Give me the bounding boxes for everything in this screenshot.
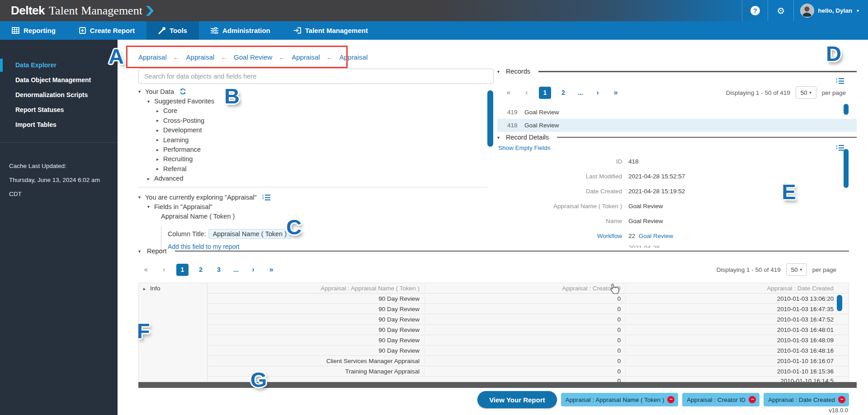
workflow-label[interactable]: Workflow [497,228,628,243]
field-chip[interactable]: Appraisal : Appraisal Name ( Token ) − [561,393,679,406]
records-scrollbar[interactable] [487,90,493,147]
table-row[interactable]: 90 Day Review02010-01-03 16:48:16 [208,345,849,356]
tree-node-advanced[interactable]: ▸Advanced [138,174,214,183]
nav-item-create-report[interactable]: Create Report [67,21,146,40]
table-row[interactable]: Client Services Manager Appraisal02010-0… [208,356,849,366]
column-header[interactable]: Appraisal : Date Created [626,285,838,292]
record-id: 418 [507,122,524,129]
exploring-section: ▾ You are currently exploring "Appraisal… [138,192,291,251]
pagination-next-icon[interactable]: › [592,89,604,97]
tree-node-suggested-favorites[interactable]: ▾Suggested Favorites [138,96,214,106]
column-header[interactable]: Appraisal : Appraisal Name ( Token ) [208,285,425,292]
table-row[interactable]: 90 Day Review02010-01-03 16:48:01 [208,325,849,335]
field-item[interactable]: Appraisal Name ( Token ) [161,211,291,221]
brand-logo: Deltek Talent Management [0,4,154,18]
list-icon[interactable]: 12 [836,145,844,152]
report-header[interactable]: ▾ Report [138,247,849,255]
refresh-icon[interactable] [179,88,186,95]
pagination-next-icon[interactable]: › [247,266,259,274]
report-per-page-select[interactable]: 50▾ [786,263,807,276]
table-row[interactable]: 90 Day Review02010-01-03 13:06:20 [208,294,849,304]
caret-right-icon: ▸ [156,137,163,142]
field-chip[interactable]: Appraisal : Creator ID − [682,393,760,406]
tree-node-cross-posting[interactable]: ▸Cross-Posting [138,116,214,125]
list-icon[interactable]: 12 [836,78,844,85]
pagination-last-icon[interactable]: » [610,89,622,97]
sidebar-item-report-statuses[interactable]: Report Statuses [0,103,118,117]
tree-node-referral[interactable]: ▸Referral [138,164,214,173]
pagination-page-current[interactable]: 1 [176,264,189,276]
field-chip[interactable]: Appraisal : Date Created − [764,393,849,406]
show-empty-fields-link[interactable]: Show Empty Fields [498,145,551,152]
exploring-header[interactable]: ▾ You are currently exploring "Appraisal… [138,192,291,202]
sidebar-item-import-tables[interactable]: Import Tables [0,117,118,132]
pagination-first-icon[interactable]: « [503,89,514,97]
tree-node-recruiting[interactable]: ▸Recruiting [138,154,214,164]
exploring-label: You are currently exploring "Appraisal" [145,194,257,201]
tree-node-performance[interactable]: ▸Performance [138,145,214,154]
main-nav: Reporting Create Report Tools Administra… [0,21,868,40]
cell: 0 [425,347,626,354]
tree-node-your-data[interactable]: ▾ Your Data [138,87,214,96]
caret-down-icon: ▾ [147,99,154,104]
records-per-page-select[interactable]: 50▾ [796,86,816,99]
pagination-prev-icon[interactable]: ‹ [521,89,533,97]
table-row[interactable]: 90 Day Review02010-01-03 16:47:52 [208,314,849,325]
pagination-page[interactable]: 3 [213,266,225,273]
per-page-value: 50 [791,266,797,273]
user-menu[interactable]: hello, Dylan ▾ [794,4,868,18]
sidebar-item-denormalization-scripts[interactable]: Denormalization Scripts [0,88,118,103]
record-details-header[interactable]: ▾ Record Details [497,133,857,141]
pagination-first-icon[interactable]: « [140,266,152,274]
pagination-page-current[interactable]: 1 [539,87,551,99]
help-button[interactable]: ? [742,6,768,15]
tree-label: Learning [163,136,189,144]
list-icon[interactable]: 12 [262,194,270,201]
pagination-page[interactable]: 2 [195,266,207,273]
nav-item-tools[interactable]: Tools [146,21,199,40]
table-row[interactable]: Training Manager Appraisal02010-01-10 16… [208,366,849,377]
remove-field-icon[interactable]: − [667,396,675,403]
pagination-last-icon[interactable]: » [265,266,277,274]
cell: 0 [425,377,626,382]
sidebar-item-data-explorer[interactable]: Data Explorer [0,58,118,73]
settings-button[interactable]: ⚙ [768,6,793,15]
table-row-clipped[interactable]: 02010-01-10 16:14:5 [208,377,849,382]
cell: 0 [425,316,626,323]
workflow-link[interactable]: Goal Review [639,233,674,239]
cache-status: Cache Last Updated: Thursday, June 13, 2… [0,143,118,201]
horizontal-scrollbar[interactable] [138,382,857,388]
field-name: Appraisal Name ( Token ) [161,213,235,220]
nav-item-reporting[interactable]: Reporting [0,21,67,40]
remove-field-icon[interactable]: − [749,396,756,403]
per-page-label: per page [812,266,836,273]
pagination-prev-icon[interactable]: ‹ [158,266,170,274]
records-list-scrollbar[interactable] [844,104,849,115]
table-row[interactable]: 90 Day Review02010-01-03 16:48:09 [208,335,849,345]
record-details-scrollbar[interactable] [844,149,849,188]
tree-node-development[interactable]: ▸Development [138,126,214,135]
nav-item-talent-management[interactable]: Talent Management [282,21,380,40]
divider [557,137,857,138]
record-row-selected[interactable]: 418 Goal Review [497,119,857,132]
record-details-title: Record Details [506,134,549,141]
column-title-value[interactable]: Appraisal Name ( Token ) [208,229,291,239]
tree-node-learning[interactable]: ▸Learning [138,135,214,145]
column-header[interactable]: Appraisal : Creator ID [425,285,626,292]
brand-product: Talent Management [49,4,142,18]
table-row[interactable]: 90 Day Review02010-01-03 16:47:35 [208,304,849,314]
records-header[interactable]: ▾ Records [497,68,857,75]
view-your-report-button[interactable]: View Your Report [477,391,557,408]
record-row[interactable]: 419 Goal Review [497,106,857,119]
data-tree: ▾ Your Data ▾Suggested Favorites ▸Core ▸… [138,87,214,183]
nav-item-administration[interactable]: Administration [199,21,282,40]
remove-field-icon[interactable]: − [838,396,845,403]
annotation-letter-a: A [108,44,124,69]
header-actions: ? ⚙ hello, Dylan ▾ [742,0,868,21]
pagination-page[interactable]: 2 [557,89,569,96]
report-table-scrollbar[interactable] [837,295,842,311]
sidebar-item-data-object-management[interactable]: Data Object Management [0,73,118,88]
tree-node-core[interactable]: ▸Core [138,106,214,116]
fields-header[interactable]: ▾ Fields in "Appraisal" [147,202,291,211]
search-input[interactable] [138,69,494,84]
